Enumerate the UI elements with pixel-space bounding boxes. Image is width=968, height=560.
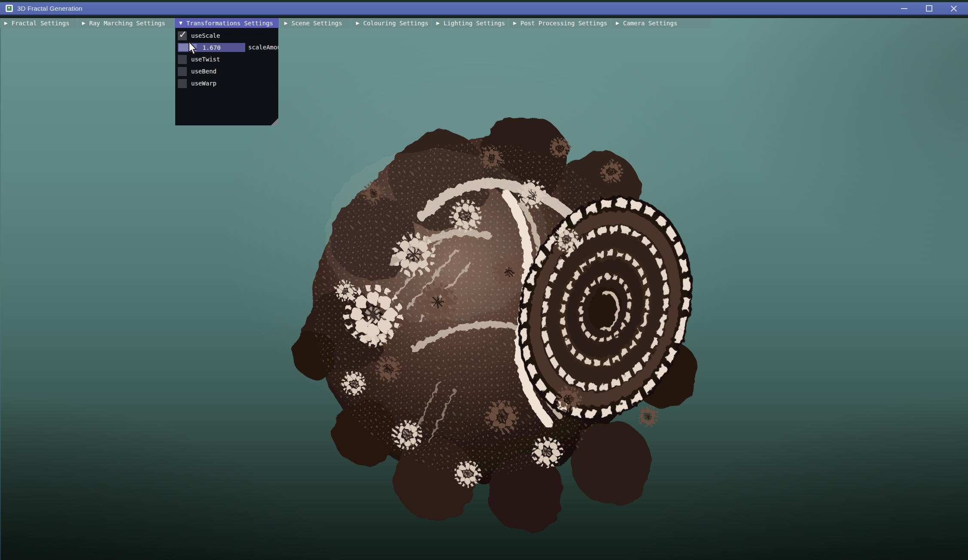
window-title: 3D Fractal Generation xyxy=(17,5,82,12)
chevron-right-icon: ▶ xyxy=(82,21,85,25)
minimize-icon[interactable] xyxy=(897,3,911,14)
render-viewport[interactable] xyxy=(0,18,968,560)
chevron-right-icon: ▶ xyxy=(513,21,517,25)
menu-bar: ▶ Fractal Settings ▶ Ray Marching Settin… xyxy=(0,18,712,28)
useWarp-row: useWarp xyxy=(178,79,216,88)
menu-item-label: Transformations Settings xyxy=(186,20,273,27)
transformations-panel: ✓ useScale 1.670 scaleAmount useTwist us… xyxy=(175,28,278,125)
slider-value: 1.670 xyxy=(202,44,220,51)
useBend-checkbox[interactable] xyxy=(178,67,187,76)
menu-item-label: Scene Settings xyxy=(292,20,342,27)
menu-item-transformations-settings[interactable]: ▼ Transformations Settings xyxy=(175,18,279,28)
menu-item-label: Colouring Settings xyxy=(363,20,429,27)
menu-item-label: Camera Settings xyxy=(623,20,677,27)
check-icon: ✓ xyxy=(179,29,187,40)
slider-grab-handle[interactable] xyxy=(179,44,197,51)
mandelbulb-fractal-render xyxy=(285,107,697,502)
chevron-right-icon: ▶ xyxy=(356,21,359,25)
title-bar: 3D Fractal Generation xyxy=(0,2,968,16)
menu-item-colouring-settings[interactable]: ▶ Colouring Settings xyxy=(352,18,431,28)
useTwist-checkbox[interactable] xyxy=(178,55,187,64)
useScale-checkbox[interactable]: ✓ xyxy=(178,31,187,40)
menu-item-label: Ray Marching Settings xyxy=(89,20,165,27)
menu-item-camera-settings[interactable]: ▶ Camera Settings xyxy=(612,18,711,28)
app-icon xyxy=(6,5,13,12)
app-window: 3D Fractal Generation xyxy=(0,0,968,560)
close-icon[interactable] xyxy=(947,3,961,14)
chevron-right-icon: ▶ xyxy=(436,21,440,25)
useWarp-checkbox[interactable] xyxy=(178,79,187,88)
menu-item-post-processing-settings[interactable]: ▶ Post Processing Settings xyxy=(509,18,610,28)
menu-item-fractal-settings[interactable]: ▶ Fractal Settings xyxy=(0,18,76,28)
window-controls xyxy=(897,3,961,14)
scaleAmount-slider[interactable]: 1.670 xyxy=(178,43,245,52)
menu-item-label: Fractal Settings xyxy=(12,20,70,27)
useBend-row: useBend xyxy=(178,67,216,76)
useBend-label: useBend xyxy=(191,67,216,76)
menu-item-lighting-settings[interactable]: ▶ Lighting Settings xyxy=(432,18,508,28)
chevron-down-icon: ▼ xyxy=(179,21,183,25)
useScale-row: ✓ useScale xyxy=(178,31,220,40)
maximize-icon[interactable] xyxy=(922,3,936,14)
menu-item-scene-settings[interactable]: ▶ Scene Settings xyxy=(280,18,350,28)
chevron-right-icon: ▶ xyxy=(284,21,288,25)
chevron-right-icon: ▶ xyxy=(616,21,619,25)
menu-item-label: Lighting Settings xyxy=(444,20,505,27)
useTwist-label: useTwist xyxy=(191,55,220,64)
scaleAmount-label: scaleAmount xyxy=(248,43,278,52)
useWarp-label: useWarp xyxy=(191,79,216,88)
useTwist-row: useTwist xyxy=(178,55,220,64)
panel-resize-grip[interactable] xyxy=(271,118,278,125)
menu-item-ray-marching-settings[interactable]: ▶ Ray Marching Settings xyxy=(78,18,174,28)
chevron-right-icon: ▶ xyxy=(4,21,8,25)
useScale-label: useScale xyxy=(191,31,220,40)
menu-item-label: Post Processing Settings xyxy=(521,20,607,27)
